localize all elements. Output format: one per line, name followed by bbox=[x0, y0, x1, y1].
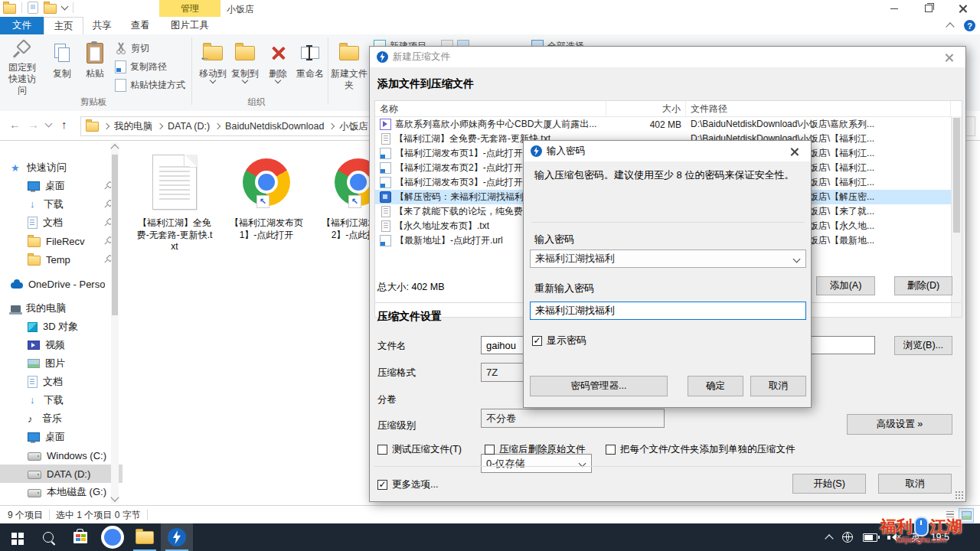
breadcrumb-item[interactable]: BaiduNetdiskDownload bbox=[222, 121, 327, 132]
sidebar-item[interactable]: 下载 bbox=[0, 195, 122, 214]
sidebar-item-label: 桌面 bbox=[45, 430, 65, 444]
sidebar-item[interactable]: DATA (D:) bbox=[0, 465, 122, 483]
move-to-button[interactable]: ← 移动到 bbox=[195, 37, 230, 96]
sidebar-item[interactable]: Windows (C:) bbox=[0, 446, 122, 465]
collapse-ribbon-icon[interactable] bbox=[946, 22, 954, 31]
new-folder-button[interactable]: 新建文件夹 bbox=[331, 37, 368, 96]
archive-dialog-close-button[interactable] bbox=[933, 47, 965, 67]
cancel-button[interactable]: 取消 bbox=[750, 376, 806, 396]
battery-icon[interactable] bbox=[863, 533, 877, 542]
explorer-taskbar-button[interactable] bbox=[129, 523, 161, 551]
chrome-taskbar-button[interactable] bbox=[96, 523, 129, 551]
breadcrumb-item[interactable]: DATA (D:) bbox=[165, 121, 213, 132]
sidebar-item[interactable]: 快速访问 bbox=[0, 158, 122, 177]
close-button[interactable] bbox=[946, 0, 980, 17]
paste-shortcut-button[interactable]: 粘贴快捷方式 bbox=[115, 77, 185, 93]
sidebar-item[interactable]: Temp bbox=[0, 250, 122, 269]
cut-button[interactable]: 剪切 bbox=[115, 41, 149, 56]
sidebar-item[interactable]: 3D 对象 bbox=[0, 318, 122, 336]
scroll-up-icon[interactable] bbox=[110, 144, 119, 152]
sidebar-item[interactable]: 文档 bbox=[0, 214, 122, 232]
tab-home[interactable]: 主页 bbox=[44, 17, 83, 35]
copy-button[interactable]: 复制 bbox=[44, 37, 80, 96]
test-archive-checkbox[interactable]: 测试压缩文件(T) bbox=[377, 443, 462, 456]
rename-button[interactable]: 重命名 bbox=[292, 37, 328, 96]
password-dialog-close-button[interactable] bbox=[779, 141, 811, 161]
advanced-settings-button[interactable]: 高级设置 » bbox=[847, 414, 952, 435]
help-icon[interactable]: ? bbox=[964, 20, 975, 31]
store-button[interactable] bbox=[64, 523, 96, 551]
reenter-password-input[interactable] bbox=[530, 302, 806, 320]
volume-combobox[interactable]: 不分卷 bbox=[481, 409, 665, 428]
breadcrumb-item[interactable]: 我的电脑 bbox=[111, 120, 155, 133]
customize-qat-chevron-icon[interactable] bbox=[61, 3, 69, 11]
new-folder-icon[interactable] bbox=[44, 4, 57, 14]
tab-share[interactable]: 共享 bbox=[83, 17, 121, 34]
pin-to-quick-access-button[interactable]: 固定到快速访问 bbox=[5, 37, 40, 96]
start-button[interactable] bbox=[0, 523, 32, 551]
more-options-checkbox[interactable]: 更多选项... bbox=[377, 478, 438, 491]
taskbar-search-button[interactable] bbox=[32, 523, 64, 551]
file-item[interactable]: ↗【福利江湖发布页1】-点此打开 bbox=[226, 147, 307, 253]
show-password-checkbox[interactable]: 显示密码 bbox=[532, 334, 586, 347]
enter-password-combobox[interactable]: 来福利江湖找福利 bbox=[530, 249, 806, 268]
column-header[interactable]: 文件路径 bbox=[686, 101, 951, 116]
history-chevron-icon[interactable] bbox=[46, 116, 51, 129]
sidebar-item[interactable]: OneDrive - Perso bbox=[0, 275, 122, 293]
restore-button[interactable] bbox=[911, 0, 946, 17]
tab-picture-tools[interactable]: 图片工具 bbox=[159, 17, 220, 34]
sidebar-item[interactable]: 图片 bbox=[0, 354, 122, 373]
properties-icon[interactable] bbox=[28, 2, 38, 14]
column-header[interactable]: 名称 bbox=[375, 101, 606, 116]
sidebar-item[interactable]: 桌面 bbox=[0, 428, 122, 446]
delete-after-checkbox[interactable]: 压缩后删除原始文件 bbox=[485, 443, 586, 456]
table-row[interactable]: 嘉欣系列嘉欣小师妹商务中心CBD大厦人前露出...402 MBD:\BaiduN… bbox=[375, 117, 962, 132]
input-language[interactable]: 英 bbox=[911, 531, 921, 544]
back-icon[interactable]: ← bbox=[9, 118, 21, 131]
folder-icon[interactable] bbox=[3, 4, 16, 14]
sidebar-item[interactable]: 我的电脑 bbox=[0, 299, 122, 318]
paste-button[interactable]: 粘贴 bbox=[77, 37, 113, 96]
table-scrollbar[interactable] bbox=[951, 116, 962, 317]
network-icon[interactable] bbox=[842, 532, 853, 543]
sidebar-item[interactable]: 音乐 bbox=[0, 409, 122, 428]
breadcrumb-item[interactable]: 小饭店 bbox=[336, 120, 371, 133]
sidebar-item[interactable]: 本地磁盘 (G:) bbox=[0, 483, 122, 501]
scrollbar-thumb[interactable] bbox=[112, 155, 118, 315]
forward-icon[interactable]: → bbox=[28, 118, 39, 131]
sidebar-item[interactable]: 桌面 bbox=[0, 177, 122, 195]
separate-archives-checkbox[interactable]: 把每个文件/文件夹添加到单独的压缩文件 bbox=[606, 443, 795, 456]
bandizip-taskbar-button[interactable] bbox=[161, 523, 193, 551]
arrow-glyph: ↗ bbox=[260, 197, 266, 207]
doc-icon bbox=[28, 217, 38, 229]
copy-to-button[interactable]: 复制到 bbox=[227, 37, 263, 96]
ok-button[interactable]: 确定 bbox=[688, 376, 743, 396]
add-button[interactable]: 添加(A) bbox=[816, 276, 875, 295]
volume-muted-icon[interactable]: × bbox=[887, 533, 901, 542]
tab-view[interactable]: 查看 bbox=[121, 17, 159, 34]
file-item[interactable]: 【福利江湖】全免费-无套路-更新快.txt bbox=[134, 147, 215, 253]
thumbnail-view-button[interactable] bbox=[959, 508, 974, 523]
sidebar-scrollbar[interactable] bbox=[111, 142, 119, 504]
up-icon[interactable]: ↑ bbox=[61, 118, 67, 131]
sidebar-item[interactable]: 文档 bbox=[0, 373, 122, 391]
start-button[interactable]: 开始(S) bbox=[792, 474, 866, 494]
column-header[interactable]: 大小 bbox=[606, 101, 686, 116]
scroll-down-icon[interactable] bbox=[110, 493, 119, 501]
minimize-button[interactable] bbox=[877, 0, 911, 17]
password-manager-button[interactable]: 密码管理器... bbox=[530, 376, 668, 396]
sidebar-item[interactable]: FileRecv bbox=[0, 232, 122, 250]
sidebar-item[interactable]: 视频 bbox=[0, 336, 122, 354]
sidebar-item[interactable]: 下载 bbox=[0, 391, 122, 409]
clock[interactable]: 19:5 bbox=[931, 532, 949, 543]
level-combobox[interactable]: 0-仅存储 bbox=[481, 454, 592, 473]
tab-file[interactable]: 文件 bbox=[0, 17, 44, 34]
copy-path-button[interactable]: 复制路径 bbox=[115, 59, 167, 74]
hidden-icons-chevron-icon[interactable] bbox=[825, 534, 833, 543]
browse-button[interactable]: 浏览(B)... bbox=[894, 336, 952, 355]
resize-grip[interactable] bbox=[956, 491, 963, 499]
details-view-button[interactable] bbox=[943, 508, 957, 521]
remove-button[interactable]: 删除(D) bbox=[894, 276, 952, 295]
dialog-cancel-button[interactable]: 取消 bbox=[878, 474, 952, 494]
delete-button[interactable]: 删除 bbox=[260, 37, 296, 96]
